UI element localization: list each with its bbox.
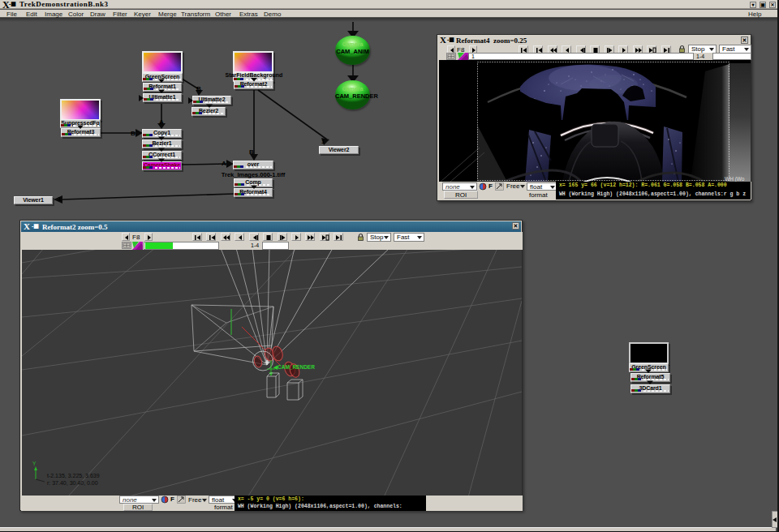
svg-text:Y: Y (32, 461, 37, 466)
svg-text:1: 1 (58, 195, 62, 203)
svg-text:1: 1 (321, 138, 325, 145)
svg-text:B: B (249, 148, 254, 156)
svg-text:◀CAM_RENDER: ◀CAM_RENDER (273, 364, 315, 371)
svg-text:A: A (222, 160, 226, 167)
svg-text:t-2.135, 3.225, 3.639: t-2.135, 3.225, 3.639 (47, 473, 100, 478)
svg-text:B: B (131, 130, 136, 137)
svg-text:B: B (196, 85, 201, 92)
svg-text:A: A (159, 118, 164, 126)
svg-text:WH (Wo: WH (Wo (725, 176, 745, 182)
svg-text:r: 37.40, 30.40, 0.00: r: 37.40, 30.40, 0.00 (47, 480, 98, 486)
